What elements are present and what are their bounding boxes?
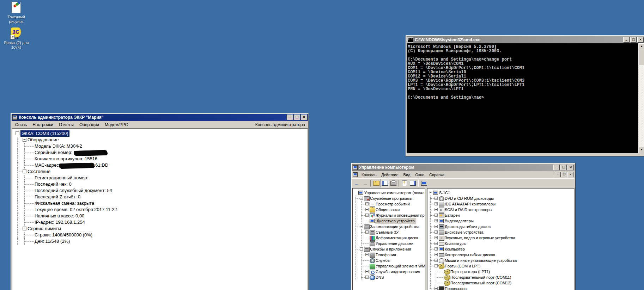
tree-item[interactable]: МАС-адрес:61:DD [12,162,308,168]
tree-item[interactable]: Последний чек: 0 [12,181,308,187]
tree-item-label[interactable]: Дефрагментация диска [376,235,418,241]
cmd-titlebar[interactable]: C:\ C:\WINDOWS\system32\cmd.exe _□× [407,36,644,43]
tree-item[interactable]: +SCSI и RAID контроллеры [427,207,574,212]
tree-item-label[interactable]: Телефония [376,252,396,258]
close-button[interactable]: × [301,115,307,120]
tree-item[interactable]: +Видеоадаптеры [427,218,574,224]
tree-item[interactable]: +IDE ATA/ATAPI контроллеры [427,201,574,207]
expand-toggle[interactable]: + [365,230,369,234]
menu-item-действие[interactable]: Действие [379,172,401,178]
collapse-toggle[interactable]: − [23,169,26,173]
tree-item-label[interactable]: Звуковые, видео и игровые устройства [445,235,515,241]
tree-item[interactable]: −Службы и приложения [352,246,425,252]
desktop-icon-1c-shortcut[interactable]: 1С↗v7Ярлык (2) для 1cv7s [0,27,32,50]
tree-item[interactable]: Управление компьютером (локал [352,190,425,196]
tree-item[interactable]: +Журналы и оповещения пр [352,212,425,218]
tree-item-label[interactable]: Службы и приложения [370,246,411,252]
cmd-scrollbar[interactable]: ▲ ▼ [638,43,644,153]
maximize-button[interactable]: □ [630,37,637,43]
tree-item-label[interactable]: Регистрационный номер: [35,175,88,181]
tree-item-label[interactable]: Службы [376,258,390,263]
expand-toggle[interactable]: + [435,208,438,211]
close-button[interactable]: × [567,172,573,177]
tree-item-label[interactable]: Последний Z-отчёт: 0 [35,194,80,200]
tree-item-label[interactable]: Порты (COM и LPT) [445,263,480,269]
collapse-toggle[interactable]: − [429,191,432,194]
tree-item[interactable]: −Сервис-лимиты [12,226,308,232]
ekkr-titlebar[interactable]: Консоль администратора ЭККР "Мария" _□× [12,114,308,121]
desktop-icon-bitmap-file[interactable]: Точечный рисунок [0,2,32,24]
up-one-level-button[interactable] [372,179,380,187]
menu-item-консоль[interactable]: Консоль [359,172,379,178]
tree-item[interactable]: Дни: 11/548 (2%) [12,238,308,245]
tree-item[interactable]: Фискальная смена: закрыта [12,200,308,206]
forward-button[interactable]: → [361,179,369,187]
tree-item-label[interactable]: Управляющий элемент WM [376,263,425,269]
minimize-button[interactable]: _ [287,115,293,120]
minimize-button[interactable]: _ [623,37,630,43]
tree-item[interactable]: Строки: 1408/4500000 (0%) [12,232,308,238]
tree-item[interactable]: IP-адрес: 192.168.1.254 [12,219,308,226]
tree-item[interactable]: Последовательный порт (COM12) [427,280,574,286]
tree-item-label[interactable]: Наличных в кассе: 0,00 [35,213,84,219]
collapse-toggle[interactable]: − [360,197,363,200]
tree-item[interactable]: Службы [352,258,425,263]
expand-toggle[interactable]: + [365,253,369,256]
tree-item-label[interactable]: Серийный номер: [35,149,107,156]
tree-item-label[interactable]: DVD и CD-ROM дисководы [445,196,494,201]
tree-item-label[interactable]: S-1C1 [439,190,450,196]
maximize-button[interactable]: □ [294,115,300,120]
tree-item[interactable]: −Оборудование [12,137,308,143]
scroll-down-button[interactable]: ▼ [638,147,644,153]
tree-item-label[interactable]: Строки: 1408/4500000 (0%) [35,232,92,238]
tree-item[interactable]: +Звуковые, видео и игровые устройства [427,235,574,241]
tree-item-label[interactable]: Оборудование [28,137,59,143]
computer-button[interactable] [420,179,428,187]
scroll-thumb[interactable] [638,49,644,65]
tree-item[interactable]: +Общие папки [352,207,425,212]
expand-toggle[interactable]: + [435,202,438,205]
tree-item[interactable]: Управление дисками [352,241,425,246]
menu-item-отчёты[interactable]: Отчёты [56,122,77,128]
restore-button[interactable]: ❐ [561,172,567,177]
tree-item[interactable]: +Клавиатуры [427,241,574,246]
tree-item[interactable]: +Контроллеры гибких дисков [427,252,574,258]
collapse-toggle[interactable]: − [360,247,363,251]
tree-item-label[interactable]: Дисковые устройства [445,229,484,235]
collapse-toggle[interactable]: − [16,131,19,135]
expand-toggle[interactable]: + [365,270,369,273]
menu-item-console-admin[interactable]: Консоль администратора [255,122,307,127]
tree-item-label[interactable]: Управление дисками [376,241,413,246]
tree-item-label[interactable]: Текущее время: 02 октября 2017 11:22 [35,206,117,213]
tree-item-label[interactable]: IP-адрес: 192.168.1.254 [35,219,85,226]
tree-item-label[interactable]: Дисководы гибких дисков [445,224,491,229]
menu-item-окно[interactable]: Окно [413,172,427,178]
tree-item[interactable]: +Телефония [352,252,425,258]
collapse-toggle[interactable]: − [360,225,363,228]
menu-item-операции[interactable]: Операции [77,122,102,128]
expand-toggle[interactable]: + [365,276,369,279]
tree-item-label[interactable]: Запоминающие устройства [370,224,419,229]
tree-item[interactable]: +Компьютер [427,246,574,252]
expand-toggle[interactable]: + [365,214,369,217]
expand-toggle[interactable]: + [435,230,438,234]
tree-item[interactable]: Последовательный порт (COM11) [427,274,574,280]
tree-item-label[interactable]: Процессоры [445,286,467,290]
tree-item-label[interactable]: Видеоадаптеры [445,218,474,224]
expand-toggle[interactable]: + [365,202,369,205]
tree-item[interactable]: −ЭККА: COM3 (115200) [12,130,308,137]
tree-item[interactable]: +Дисковые устройства [427,229,574,235]
expand-toggle[interactable]: + [435,242,438,245]
menu-item-вид[interactable]: Вид [401,172,413,178]
tree-item[interactable]: −Служебные программы [352,196,425,201]
tree-item[interactable]: −Запоминающие устройства [352,224,425,229]
collapse-toggle[interactable]: − [23,138,26,142]
menu-item-настройки[interactable]: Настройки [30,122,56,128]
tree-item[interactable]: Диспетчер устройств [352,218,425,224]
show-action-pane-button[interactable] [409,179,417,187]
tree-item-label[interactable]: Контроллеры гибких дисков [445,252,495,258]
back-button[interactable]: ← [353,179,361,187]
tree-item[interactable]: Дефрагментация диска [352,235,425,241]
tree-item[interactable]: −Порты (COM и LPT) [427,263,574,269]
tree-item[interactable]: Наличных в кассе: 0,00 [12,213,308,219]
